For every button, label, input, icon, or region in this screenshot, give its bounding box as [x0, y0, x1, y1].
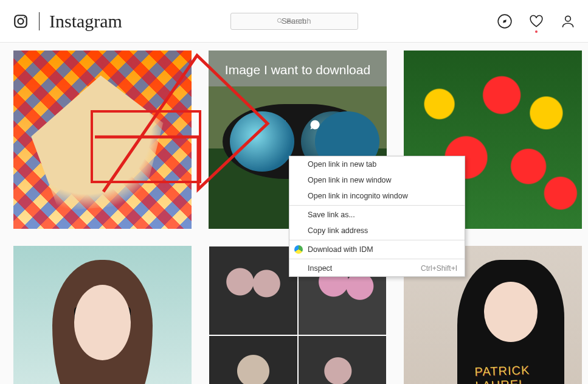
ctx-label: Copy link address: [308, 226, 368, 235]
ctx-open-incognito[interactable]: Open link in incognito window: [289, 188, 465, 204]
tile-stats: 4 1: [215, 119, 381, 131]
search-container: Search: [230, 13, 358, 30]
likes-stat: 4: [264, 119, 286, 131]
activity-heart-icon[interactable]: [528, 13, 544, 29]
idm-icon: [294, 245, 303, 254]
ctx-inspect[interactable]: Inspect Ctrl+Shift+I: [289, 260, 465, 276]
tshirt-text: PATRICK LAUREL: [474, 362, 573, 384]
header-bar: Instagram Search: [0, 0, 588, 43]
svg-point-7: [566, 16, 571, 21]
ctx-label: Download with IDM: [308, 245, 373, 254]
comments-stat: 1: [309, 119, 331, 131]
instagram-wordmark[interactable]: Instagram: [49, 11, 122, 32]
annotation-caption: Image I want to download: [215, 63, 381, 77]
profile-icon[interactable]: [560, 13, 576, 29]
ctx-label: Save link as...: [308, 211, 355, 219]
ctx-separator: [289, 240, 465, 240]
comment-icon: [309, 119, 321, 131]
likes-count: 4: [281, 119, 286, 131]
ctx-copy-link-address[interactable]: Copy link address: [289, 223, 465, 239]
context-menu: Open link in new tab Open link in new wi…: [289, 156, 465, 277]
grid-tile-1[interactable]: [13, 51, 192, 229]
ctx-open-new-window[interactable]: Open link in new window: [289, 172, 465, 188]
ctx-label: Open link in incognito window: [308, 192, 408, 200]
comments-count: 1: [326, 119, 331, 131]
ctx-download-idm[interactable]: Download with IDM: [289, 242, 465, 257]
instagram-camera-icon[interactable]: [12, 13, 29, 30]
ctx-open-new-tab[interactable]: Open link in new tab: [289, 156, 465, 172]
ctx-shortcut: Ctrl+Shift+I: [421, 264, 457, 273]
svg-point-1: [18, 18, 23, 24]
ctx-separator: [289, 205, 465, 206]
svg-point-2: [24, 16, 25, 18]
ctx-label: Open link in new tab: [308, 160, 376, 169]
grid-tile-4[interactable]: [13, 246, 192, 384]
logo-divider: [39, 12, 40, 30]
ctx-label: Inspect: [308, 264, 332, 273]
search-input[interactable]: [230, 13, 358, 30]
heart-icon: [264, 119, 276, 131]
ctx-separator: [289, 259, 465, 259]
notification-dot: [535, 30, 538, 33]
explore-icon[interactable]: [497, 13, 513, 29]
svg-marker-6: [503, 19, 506, 23]
ctx-save-link-as[interactable]: Save link as...: [289, 207, 465, 223]
nav-icons: [497, 13, 576, 29]
ctx-label: Open link in new window: [308, 176, 392, 184]
